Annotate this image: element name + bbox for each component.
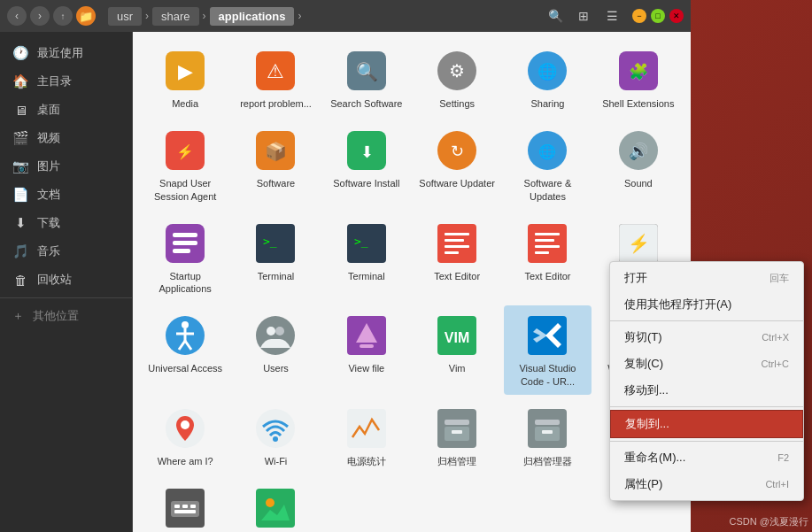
svg-rect-35 [445,245,469,248]
sidebar-item-downloads[interactable]: ⬇ 下载 [0,209,132,237]
svg-text:VIM: VIM [445,330,469,345]
svg-point-67 [273,436,278,442]
sidebar-label-desktop: 桌面 [37,102,60,118]
file-item-archive-manager[interactable]: 归档管理器 [504,398,591,474]
file-item-search[interactable]: 🔍 Search Software [323,41,410,117]
report-label: report problem... [240,97,312,110]
maximize-button[interactable]: □ [651,9,665,23]
vscode-label: Visual Studio Code - UR... [507,362,587,388]
file-item-sound[interactable]: 🔊 Sound [595,120,682,210]
file-item-shell-extensions[interactable]: 🧩 Shell Extensions [595,41,682,117]
cm-move-to[interactable]: 移动到... [610,377,803,404]
sidebar-item-desktop[interactable]: 🖥 桌面 [0,96,132,124]
file-grid-area[interactable]: ▶ Media ⚠ report problem... 🔍 Search Sof… [133,32,691,532]
sidebar-item-trash[interactable]: 🗑 回收站 [0,266,132,294]
view-file-label: View file [348,362,384,374]
sidebar-item-music[interactable]: 🎵 音乐 [0,237,132,266]
users-label: Users [263,362,289,374]
software-updater-icon: ↻ [434,127,480,173]
media-label: Media [172,97,198,110]
search-button[interactable]: 🔍 [544,4,567,27]
cm-properties-shortcut: Ctrl+I [765,479,789,490]
file-item-startup-apps[interactable]: Startup Applications [142,213,228,303]
view-toggle-button[interactable]: ⊞ [572,4,595,27]
forward-button[interactable]: › [30,6,50,26]
cm-cut[interactable]: 剪切(T) Ctrl+X [610,324,803,351]
svg-text:🔍: 🔍 [355,61,377,82]
sound-icon: 🔊 [615,127,661,173]
breadcrumb-share[interactable]: share [152,7,199,26]
file-item-power-stats[interactable]: 电源统计 [323,398,410,474]
svg-point-50 [256,316,295,355]
file-item-settings[interactable]: ⚙ Settings [414,41,500,117]
watermark-text: CSDN @浅夏漫行 [730,516,808,527]
file-item-archive2[interactable]: 归档管理 [414,398,500,474]
cm-copy-label: 复制(C) [624,356,663,372]
file-item-where-am-i[interactable]: Where am I? [142,398,228,474]
file-item-text-editor2[interactable]: Text Editor [504,213,591,303]
file-item-universal-access[interactable]: Universal Access [142,305,228,395]
search-sw-label: Search Software [330,97,402,110]
svg-text:⚡: ⚡ [627,233,649,254]
file-manager-window: ‹ › ↑ 📁 usr › share › applications › 🔍 ⊞… [0,0,691,532]
file-item-software-install[interactable]: ⬇ Software Install [323,120,410,210]
file-item-terminal2[interactable]: >_ Terminal [323,213,410,303]
svg-text:⚠: ⚠ [267,60,284,82]
breadcrumb-usr[interactable]: usr [108,7,142,26]
breadcrumb-applications[interactable]: applications [210,7,295,26]
archive-manager-label: 归档管理器 [523,455,572,467]
vim-label: Vim [449,362,466,374]
software-label: Software [257,177,295,189]
svg-text:🧩: 🧩 [629,62,649,81]
sidebar-item-home[interactable]: 🏠 主目录 [0,67,132,96]
file-item-report[interactable]: ⚠ report problem... [232,41,319,117]
sidebar-item-pictures[interactable]: 📷 图片 [0,152,132,181]
svg-point-65 [181,420,189,429]
file-item-software-updater[interactable]: ↻ Software Updater [414,120,500,210]
file-item-media[interactable]: ▶ Media [142,41,228,117]
file-item-users[interactable]: Users [232,305,319,395]
file-item-sharing[interactable]: 🌐 Sharing [504,41,591,117]
back-button[interactable]: ‹ [7,6,27,26]
file-item-sw-updates[interactable]: 🌐 Software & Updates [504,120,591,210]
cm-copy[interactable]: 复制(C) Ctrl+C [610,351,803,377]
svg-text:🌐: 🌐 [537,62,558,81]
svg-rect-84 [190,505,196,508]
svg-rect-74 [535,420,560,425]
file-item-image-viewer[interactable]: 图像 [232,478,319,532]
sidebar-add-locations[interactable]: ＋ 其他位置 [0,302,132,330]
svg-rect-26 [173,241,197,245]
file-item-text-editor1[interactable]: Text Editor [414,213,500,303]
sidebar-item-documents[interactable]: 📄 文档 [0,181,132,209]
input-method-icon [162,485,208,531]
cm-copy-to[interactable]: 复制到... [610,410,803,438]
cm-properties[interactable]: 属性(P) Ctrl+I [610,471,803,497]
file-item-input-method[interactable]: 输入法 [142,478,228,532]
cm-rename[interactable]: 重命名(M)... F2 [610,444,803,471]
cm-divider2 [610,406,803,407]
file-item-view-file[interactable]: View file [323,305,410,395]
file-item-software[interactable]: 📦 Software [232,120,319,210]
file-item-snapd[interactable]: ⚡ Snapd User Session Agent [142,120,228,210]
file-item-terminal1[interactable]: >_ Terminal [232,213,319,303]
title-bar: ‹ › ↑ 📁 usr › share › applications › 🔍 ⊞… [0,0,691,32]
svg-rect-27 [173,249,190,253]
minimize-button[interactable]: − [632,9,646,23]
file-item-vscode[interactable]: Visual Studio Code - UR... [504,305,591,395]
file-item-wifi[interactable]: Wi-Fi [232,398,319,474]
software-install-label: Software Install [333,177,399,189]
sidebar-divider [0,297,132,298]
cm-divider3 [610,441,803,442]
cm-open-with[interactable]: 使用其他程序打开(A) [610,291,803,318]
up-button[interactable]: ↑ [53,6,73,26]
main-content: 🕐 最近使用 🏠 主目录 🖥 桌面 🎬 视频 📷 图片 📄 文档 [0,32,691,532]
cm-cut-label: 剪切(T) [624,329,662,345]
menu-button[interactable]: ☰ [600,4,623,27]
sidebar-label-documents: 文档 [37,187,60,203]
sidebar-item-videos[interactable]: 🎬 视频 [0,124,132,152]
file-item-vim[interactable]: VIM Vim [414,305,500,395]
cm-open[interactable]: 打开 回车 [610,265,803,291]
close-button[interactable]: ✕ [669,9,684,23]
terminal1-label: Terminal [258,270,295,282]
sidebar-item-recent[interactable]: 🕐 最近使用 [0,39,132,67]
